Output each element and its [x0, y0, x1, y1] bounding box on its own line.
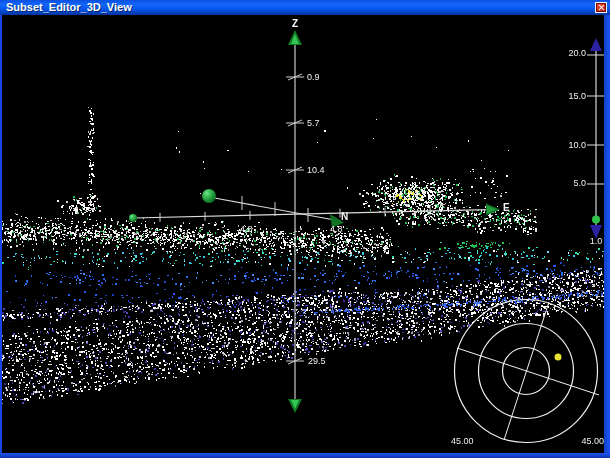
close-icon	[598, 7, 604, 8]
subset-editor-window: Z 0.9 5.7 10.4 29.5 E 4.8 N 4.8 20.0 15.…	[0, 0, 610, 458]
point-cloud-canvas[interactable]	[0, 0, 610, 458]
close-button[interactable]	[595, 2, 607, 13]
window-border-bottom	[0, 453, 610, 458]
window-border-right	[604, 15, 610, 458]
window-border-left	[0, 15, 2, 458]
title-bar[interactable]: Subset_Editor_3D_View	[0, 0, 610, 15]
window-title: Subset_Editor_3D_View	[0, 0, 132, 15]
